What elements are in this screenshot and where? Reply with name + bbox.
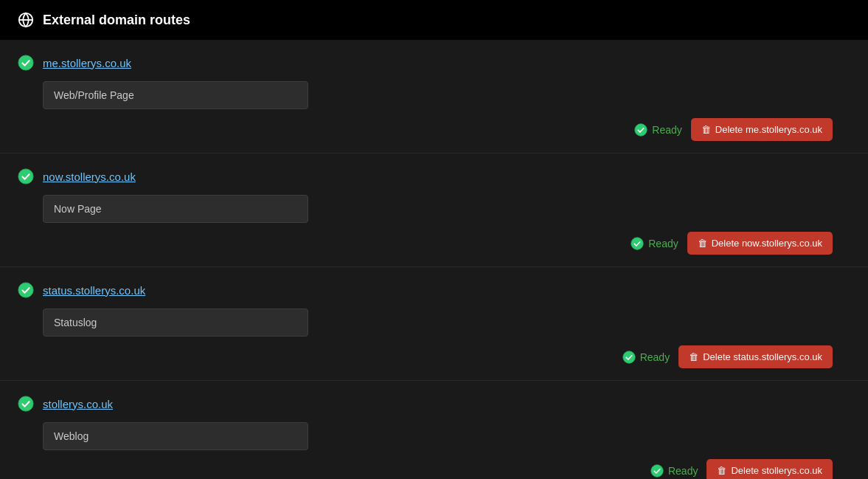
route-row: status.stollerys.co.uk Statuslog Ready 🗑… bbox=[0, 267, 868, 381]
delete-label: Delete stollerys.co.uk bbox=[731, 465, 822, 476]
route-row: now.stollerys.co.uk Now Page Ready 🗑 Del… bbox=[0, 154, 868, 267]
page-header: External domain routes bbox=[0, 0, 868, 40]
ready-check-icon bbox=[631, 237, 644, 250]
svg-point-7 bbox=[622, 351, 635, 363]
domain-link[interactable]: status.stollerys.co.uk bbox=[43, 284, 145, 297]
ready-check-icon bbox=[634, 123, 647, 137]
ready-text: Ready bbox=[652, 124, 681, 136]
svg-point-3 bbox=[635, 123, 647, 136]
routes-list: me.stollerys.co.uk Web/Profile Page Read… bbox=[0, 40, 868, 479]
ready-badge: Ready bbox=[631, 237, 678, 250]
ready-check-icon bbox=[622, 351, 636, 364]
svg-point-6 bbox=[18, 283, 33, 297]
check-circle-icon bbox=[18, 396, 34, 412]
svg-point-4 bbox=[18, 169, 33, 184]
route-actions: Ready 🗑 Delete stollerys.co.uk bbox=[18, 459, 850, 479]
route-middle: Now Page bbox=[43, 195, 850, 223]
page-title: External domain routes bbox=[43, 13, 190, 28]
svg-point-9 bbox=[651, 464, 664, 477]
route-top: now.stollerys.co.uk bbox=[18, 168, 850, 185]
domain-link[interactable]: me.stollerys.co.uk bbox=[43, 57, 131, 69]
route-top: status.stollerys.co.uk bbox=[18, 282, 850, 298]
ready-text: Ready bbox=[640, 351, 670, 363]
page-label: Weblog bbox=[43, 422, 308, 450]
ready-check-icon bbox=[650, 464, 664, 478]
route-top: me.stollerys.co.uk bbox=[18, 55, 850, 71]
page-label: Statuslog bbox=[43, 309, 308, 337]
route-row: stollerys.co.uk Weblog Ready 🗑 Delete st… bbox=[0, 381, 868, 479]
svg-point-2 bbox=[18, 55, 33, 70]
check-circle-icon bbox=[18, 168, 34, 185]
delete-button[interactable]: 🗑 Delete stollerys.co.uk bbox=[706, 459, 833, 479]
delete-button[interactable]: 🗑 Delete me.stollerys.co.uk bbox=[691, 118, 833, 141]
delete-label: Delete now.stollerys.co.uk bbox=[712, 238, 822, 249]
ready-badge: Ready bbox=[634, 123, 681, 137]
svg-point-8 bbox=[18, 396, 33, 411]
route-top: stollerys.co.uk bbox=[18, 396, 850, 412]
route-actions: Ready 🗑 Delete me.stollerys.co.uk bbox=[18, 118, 850, 141]
delete-label: Delete me.stollerys.co.uk bbox=[715, 124, 822, 135]
ready-badge: Ready bbox=[622, 351, 670, 364]
delete-button[interactable]: 🗑 Delete now.stollerys.co.uk bbox=[687, 232, 833, 255]
svg-point-5 bbox=[631, 237, 644, 249]
trash-icon: 🗑 bbox=[698, 238, 707, 249]
route-actions: Ready 🗑 Delete status.stollerys.co.uk bbox=[18, 345, 850, 368]
route-middle: Web/Profile Page bbox=[43, 81, 850, 109]
trash-icon: 🗑 bbox=[701, 124, 711, 135]
delete-button[interactable]: 🗑 Delete status.stollerys.co.uk bbox=[678, 345, 833, 368]
route-actions: Ready 🗑 Delete now.stollerys.co.uk bbox=[18, 232, 850, 255]
delete-label: Delete status.stollerys.co.uk bbox=[703, 351, 822, 362]
globe-icon bbox=[18, 12, 34, 28]
page-label: Web/Profile Page bbox=[43, 81, 308, 109]
route-middle: Weblog bbox=[43, 422, 850, 450]
domain-link[interactable]: now.stollerys.co.uk bbox=[43, 170, 136, 183]
check-circle-icon bbox=[18, 282, 34, 298]
domain-link[interactable]: stollerys.co.uk bbox=[43, 398, 113, 410]
ready-text: Ready bbox=[668, 465, 698, 477]
ready-text: Ready bbox=[648, 238, 678, 249]
check-circle-icon bbox=[18, 55, 34, 71]
route-row: me.stollerys.co.uk Web/Profile Page Read… bbox=[0, 40, 868, 154]
ready-badge: Ready bbox=[650, 464, 698, 478]
route-middle: Statuslog bbox=[43, 309, 850, 337]
trash-icon: 🗑 bbox=[689, 351, 698, 362]
trash-icon: 🗑 bbox=[717, 465, 726, 476]
page-label: Now Page bbox=[43, 195, 308, 223]
